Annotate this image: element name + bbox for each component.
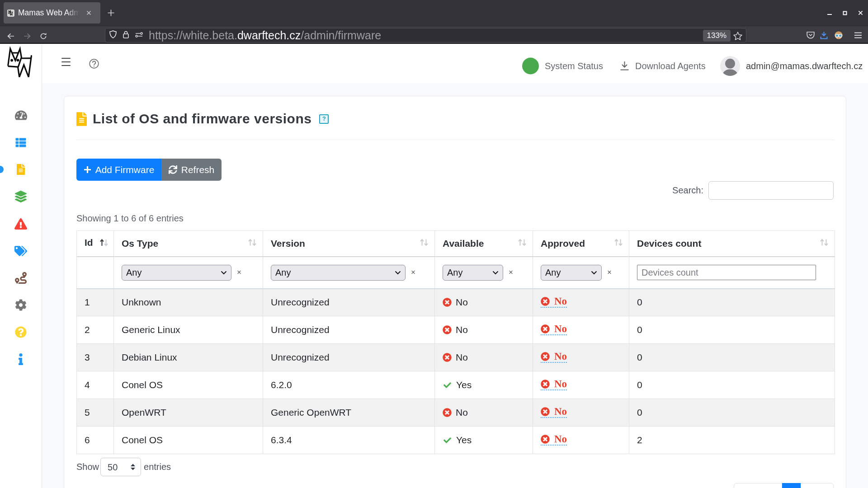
circle-xmark-icon [443, 353, 452, 362]
browser-tab[interactable]: Mamas Web Admin [4, 2, 100, 23]
gear-icon [15, 299, 27, 311]
pagination-previous[interactable]: Previous [734, 483, 782, 488]
sidebar-item-route[interactable] [0, 269, 42, 287]
window-minimize-button[interactable] [822, 5, 837, 21]
approved-no-link[interactable]: No [541, 352, 567, 363]
sidebar-item-info[interactable] [0, 350, 42, 368]
layers-icon [15, 191, 27, 202]
cell-devices-count: 0 [629, 344, 835, 371]
clear-filter-icon[interactable]: × [411, 268, 415, 277]
cell-approved: No [533, 371, 629, 399]
cell-os-type: Debian Linux [114, 344, 263, 371]
available-no: No [443, 407, 533, 418]
list-icon [15, 137, 27, 148]
search-input[interactable] [708, 181, 834, 200]
url-bar[interactable]: https://white.beta.dwarftech.cz/admin/fi… [105, 28, 746, 42]
page-title-icon [76, 112, 87, 126]
available-no: No [443, 297, 533, 308]
pagination-next[interactable]: Next [801, 483, 834, 488]
approved-no-link[interactable]: No [541, 407, 567, 418]
clear-filter-icon[interactable]: × [237, 268, 241, 277]
column-header-approved[interactable]: Approved [533, 231, 629, 257]
sidebar-item-firmware[interactable] [0, 160, 42, 178]
sidebar-item-tags[interactable] [0, 242, 42, 260]
circle-xmark-icon [541, 380, 550, 389]
cell-os-type: OpenWRT [114, 399, 263, 427]
filter-version[interactable]: Any [271, 265, 406, 281]
shield-icon[interactable] [109, 30, 117, 40]
column-header-available[interactable]: Available [435, 231, 533, 257]
cell-version: Unrecognized [263, 344, 435, 371]
file-icon [17, 164, 25, 175]
clear-filter-icon[interactable]: × [607, 268, 612, 277]
filter-approved[interactable]: Any [541, 265, 602, 281]
table-header-row: Id Os Type Version Available Approved De… [77, 231, 835, 257]
sidebar-item-dashboard[interactable] [0, 106, 42, 124]
cell-id: 4 [77, 371, 114, 399]
cell-available: No [435, 289, 533, 316]
content-card: List of OS and firmware versions ? Add F… [64, 96, 846, 488]
zoom-level-badge[interactable]: 133% [703, 30, 731, 42]
column-header-id[interactable]: Id [77, 231, 114, 257]
forward-button[interactable] [19, 27, 35, 45]
table-row: 4Conel OS6.2.0YesNo0 [77, 371, 835, 399]
title-help-icon[interactable]: ? [319, 114, 329, 124]
download-agents-icon[interactable] [620, 61, 629, 71]
page-length-select[interactable]: 50 [100, 458, 141, 476]
reload-button[interactable] [36, 27, 51, 45]
permissions-icon[interactable] [135, 31, 143, 39]
cell-os-type: Conel OS [114, 371, 263, 399]
add-firmware-button[interactable]: Add Firmware [76, 159, 161, 181]
window-close-button[interactable] [853, 5, 868, 21]
cell-version: Unrecognized [263, 316, 435, 344]
column-header-devices-count[interactable]: Devices count [629, 231, 835, 257]
sidebar-item-list[interactable] [0, 133, 42, 151]
lock-icon[interactable] [123, 31, 129, 40]
refresh-button[interactable]: Refresh [161, 159, 222, 181]
sidebar-item-alerts[interactable] [0, 215, 42, 233]
filter-os-type[interactable]: Any [122, 265, 231, 281]
cell-version: Unrecognized [263, 289, 435, 316]
available-yes: Yes [443, 380, 533, 390]
sidebar-item-settings[interactable] [0, 296, 42, 314]
new-tab-button[interactable]: + [108, 9, 114, 16]
sidebar-item-help[interactable] [0, 323, 42, 341]
cell-available: No [435, 344, 533, 371]
menu-icon[interactable] [854, 26, 862, 44]
user-avatar[interactable] [720, 56, 740, 76]
back-button[interactable] [3, 27, 19, 45]
url-text[interactable]: https://white.beta.dwarftech.cz/admin/fi… [149, 29, 381, 42]
approved-no-link[interactable]: No [541, 324, 567, 335]
bookmark-star-icon[interactable] [731, 30, 744, 41]
table-row: 2Generic LinuxUnrecognizedNoNo0 [77, 316, 835, 344]
cell-os-type: Conel OS [114, 427, 263, 454]
window-restore-button[interactable] [837, 5, 853, 21]
pagination-page-1[interactable]: 1 [782, 483, 801, 488]
cell-devices-count: 0 [629, 289, 835, 316]
extension-avatar-icon[interactable] [834, 26, 843, 44]
user-email[interactable]: admin@mamas.dwarftech.cz [746, 61, 863, 71]
check-icon [443, 436, 452, 444]
download-agents-label[interactable]: Download Agents [635, 61, 706, 71]
approved-no-link[interactable]: No [541, 380, 567, 390]
system-status-label[interactable]: System Status [545, 61, 603, 71]
search-label: Search: [672, 185, 703, 196]
cell-version: 6.2.0 [263, 371, 435, 399]
circle-xmark-icon [541, 407, 550, 416]
column-header-os-type[interactable]: Os Type [114, 231, 263, 257]
tab-close-icon[interactable] [86, 10, 91, 15]
filter-devices-count[interactable] [637, 265, 816, 280]
clear-filter-icon[interactable]: × [509, 268, 513, 277]
circle-xmark-icon [443, 325, 452, 334]
approved-no-link[interactable]: No [541, 435, 567, 446]
column-header-version[interactable]: Version [263, 231, 435, 257]
sidebar-item-layers[interactable] [0, 188, 42, 206]
browser-nav-toolbar: https://white.beta.dwarftech.cz/admin/fi… [0, 26, 868, 44]
approved-no-link[interactable]: No [541, 297, 567, 308]
system-status-indicator[interactable] [522, 57, 539, 74]
downloads-icon[interactable] [820, 26, 828, 44]
cell-available: Yes [435, 371, 533, 399]
filter-available[interactable]: Any [443, 265, 503, 281]
pocket-icon[interactable] [806, 26, 815, 44]
cell-id: 5 [77, 399, 114, 427]
